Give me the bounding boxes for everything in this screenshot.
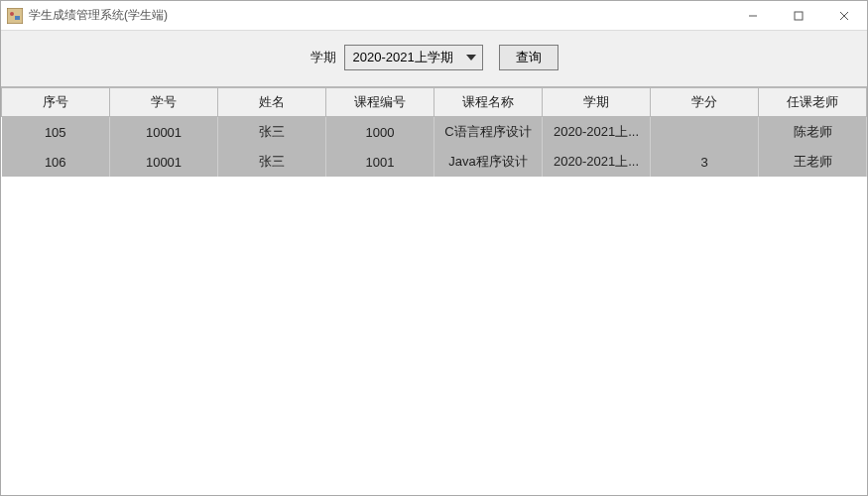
cell: 1001 (326, 147, 434, 177)
app-icon (7, 8, 23, 24)
cell: 1000 (326, 117, 434, 148)
cell: 2020-2021上... (543, 117, 651, 148)
results-table-container: 序号 学号 姓名 课程编号 课程名称 学期 学分 任课老师 105 10001 … (1, 86, 867, 495)
cell: 2020-2021上... (543, 147, 651, 177)
col-index[interactable]: 序号 (2, 88, 110, 117)
col-courseid[interactable]: 课程编号 (326, 88, 434, 117)
cell: C语言程序设计 (434, 117, 543, 148)
col-studentno[interactable]: 学号 (110, 88, 218, 117)
semester-label: 学期 (310, 49, 336, 66)
titlebar: 学生成绩管理系统(学生端) (1, 1, 867, 31)
semester-select[interactable]: 2020-2021上学期 (344, 45, 483, 70)
minimize-button[interactable] (730, 1, 776, 30)
col-credit[interactable]: 学分 (651, 88, 759, 117)
col-teacher[interactable]: 任课老师 (759, 88, 867, 117)
table-row[interactable]: 105 10001 张三 1000 C语言程序设计 2020-2021上... … (2, 117, 867, 148)
app-window: 学生成绩管理系统(学生端) 学期 2020-2021上学期 查询 (0, 0, 868, 496)
table-header: 序号 学号 姓名 课程编号 课程名称 学期 学分 任课老师 (2, 88, 867, 117)
col-name[interactable]: 姓名 (218, 88, 326, 117)
cell: Java程序设计 (434, 147, 543, 177)
maximize-button[interactable] (776, 1, 821, 30)
cell: 10001 (110, 117, 218, 148)
col-semester[interactable]: 学期 (543, 88, 651, 117)
chevron-down-icon (462, 55, 480, 61)
svg-rect-2 (15, 16, 20, 20)
svg-marker-7 (466, 55, 476, 61)
cell: 王老师 (759, 147, 867, 177)
table-row[interactable]: 106 10001 张三 1001 Java程序设计 2020-2021上...… (2, 147, 867, 177)
close-button[interactable] (821, 1, 867, 30)
results-table: 序号 学号 姓名 课程编号 课程名称 学期 学分 任课老师 105 10001 … (1, 87, 867, 177)
query-button[interactable]: 查询 (499, 45, 558, 70)
window-controls (730, 1, 867, 30)
col-coursename[interactable]: 课程名称 (434, 88, 543, 117)
toolbar: 学期 2020-2021上学期 查询 (1, 31, 867, 86)
svg-point-1 (10, 12, 14, 16)
cell: 张三 (218, 147, 326, 177)
cell: 10001 (110, 147, 218, 177)
query-button-label: 查询 (516, 49, 542, 66)
semester-select-value: 2020-2021上学期 (353, 49, 462, 66)
cell: 105 (2, 117, 110, 148)
table-empty-area (1, 177, 867, 495)
cell: 106 (2, 147, 110, 177)
table-body: 105 10001 张三 1000 C语言程序设计 2020-2021上... … (2, 117, 867, 178)
cell: 张三 (218, 117, 326, 148)
cell: 陈老师 (759, 117, 867, 148)
window-title: 学生成绩管理系统(学生端) (29, 7, 168, 24)
svg-rect-4 (795, 12, 803, 20)
cell: 3 (651, 147, 759, 177)
cell (651, 117, 759, 148)
